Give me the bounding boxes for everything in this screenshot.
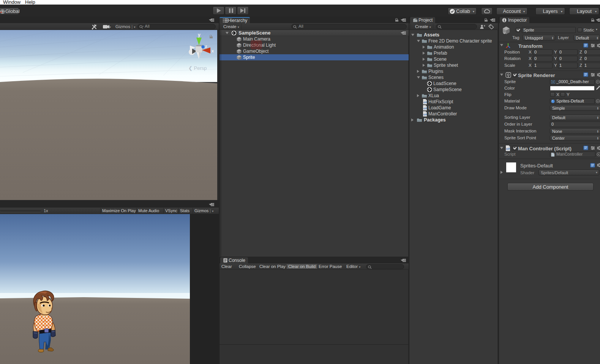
svg-text:z: z (205, 44, 207, 49)
svg-text:c#: c# (423, 113, 427, 116)
svg-text:c#: c# (423, 101, 427, 104)
svg-text:c#: c# (423, 107, 427, 110)
svg-text:y: y (198, 32, 201, 38)
svg-text:x: x (212, 49, 214, 53)
svg-text:❮ Persp: ❮ Persp (188, 65, 207, 71)
svg-text:c#: c# (506, 147, 510, 151)
